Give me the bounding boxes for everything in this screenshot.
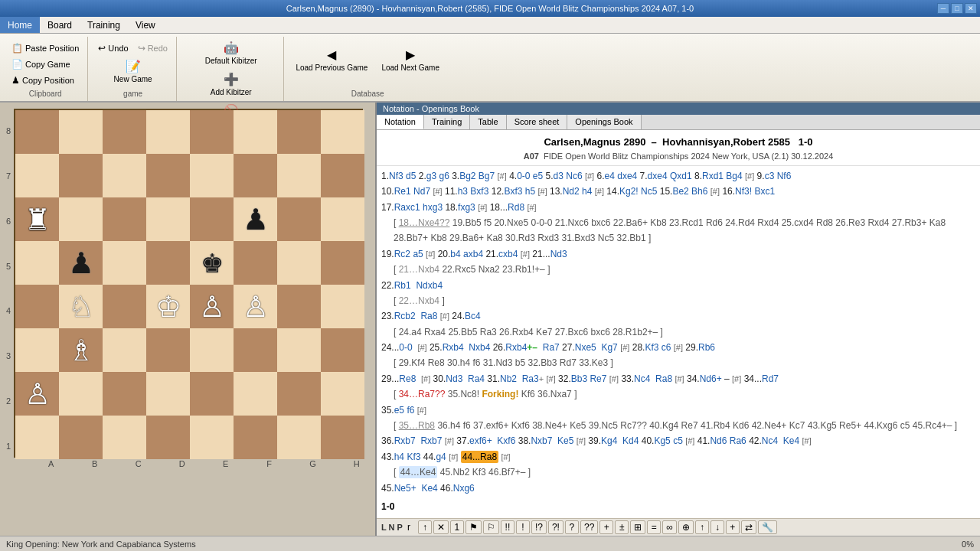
menu-board[interactable]: Board — [40, 17, 80, 33]
tab-notation[interactable]: Notation — [377, 115, 424, 129]
tab-scoresheet[interactable]: Score sheet — [507, 115, 568, 129]
tab-table[interactable]: Table — [470, 115, 506, 129]
square-e1[interactable] — [190, 416, 234, 459]
square-a4[interactable] — [15, 285, 59, 328]
symbol-x[interactable]: ✕ — [433, 520, 449, 534]
chessboard[interactable]: ♜ ♟ ♟ ♚ — [14, 109, 363, 458]
symbol-downarrow[interactable]: ↓ — [710, 520, 724, 534]
square-h2[interactable] — [321, 372, 364, 416]
square-d3[interactable] — [146, 328, 190, 372]
square-f6[interactable]: ♟ — [234, 197, 277, 241]
square-d5[interactable] — [146, 241, 190, 285]
square-b2[interactable] — [59, 372, 103, 416]
symbol-uparrow[interactable]: ↑ — [695, 520, 709, 534]
square-e5[interactable]: ♚ — [190, 241, 234, 285]
square-f7[interactable] — [234, 154, 277, 197]
symbol-exclaim[interactable]: ! — [516, 520, 530, 534]
square-g2[interactable] — [277, 372, 321, 416]
square-f3[interactable] — [234, 328, 277, 372]
symbol-question2[interactable]: ?? — [580, 520, 598, 534]
new-game-button[interactable]: 📝 New Game — [109, 57, 158, 87]
square-a1[interactable] — [15, 416, 59, 459]
square-f8[interactable] — [234, 110, 277, 154]
square-d4[interactable]: ♔ — [146, 285, 190, 328]
symbol-interrobang[interactable]: !? — [531, 520, 547, 534]
symbol-equal[interactable]: = — [647, 520, 661, 534]
square-a7[interactable] — [15, 154, 59, 197]
square-a6[interactable]: ♜ — [15, 197, 59, 241]
square-h7[interactable] — [321, 154, 364, 197]
square-g6[interactable] — [277, 197, 321, 241]
square-a5[interactable] — [15, 241, 59, 285]
square-f4[interactable]: ♙ — [234, 285, 277, 328]
move-2g3[interactable]: g3 — [426, 171, 436, 181]
square-e4[interactable]: ♙ — [190, 285, 234, 328]
square-c8[interactable] — [103, 110, 146, 154]
square-g1[interactable] — [277, 416, 321, 459]
square-f1[interactable] — [234, 416, 277, 459]
tab-training[interactable]: Training — [424, 115, 470, 129]
square-c4[interactable] — [103, 285, 146, 328]
square-e7[interactable] — [190, 154, 234, 197]
symbol-1[interactable]: 1 — [450, 520, 464, 534]
close-button[interactable]: ✕ — [965, 3, 977, 14]
undo-button[interactable]: ↩ Undo — [94, 41, 132, 56]
square-h6[interactable] — [321, 197, 364, 241]
tab-openings-book[interactable]: Openings Book — [567, 115, 641, 129]
square-b3[interactable]: ♗ — [59, 328, 103, 372]
square-e3[interactable] — [190, 328, 234, 372]
symbol-plusequal[interactable]: ⊞ — [630, 520, 645, 534]
square-c5[interactable] — [103, 241, 146, 285]
square-b4[interactable]: ♘ — [59, 285, 103, 328]
copy-game-button[interactable]: 📄 Copy Game — [8, 57, 83, 72]
menu-training[interactable]: Training — [80, 17, 128, 33]
symbol-exchange[interactable]: ⇄ — [741, 520, 756, 534]
symbol-flag2[interactable]: ⚐ — [483, 520, 499, 534]
copy-position-button[interactable]: ♟ Copy Position — [8, 73, 83, 88]
maximize-button[interactable]: □ — [951, 3, 963, 14]
move-3bg2[interactable]: Bg2 — [459, 171, 475, 181]
square-g5[interactable] — [277, 241, 321, 285]
square-g8[interactable] — [277, 110, 321, 154]
square-b1[interactable] — [59, 416, 103, 459]
symbol-plusplus[interactable]: + — [726, 520, 740, 534]
square-e8[interactable] — [190, 110, 234, 154]
square-b5[interactable]: ♟ — [59, 241, 103, 285]
symbol-exclaim2[interactable]: !! — [501, 520, 514, 534]
square-b7[interactable] — [59, 154, 103, 197]
square-c2[interactable] — [103, 372, 146, 416]
square-d2[interactable] — [146, 372, 190, 416]
square-d7[interactable] — [146, 154, 190, 197]
square-c7[interactable] — [103, 154, 146, 197]
move-1nf3[interactable]: Nf3 — [389, 171, 403, 181]
symbol-wrench[interactable]: 🔧 — [758, 520, 777, 534]
square-d1[interactable] — [146, 416, 190, 459]
square-g7[interactable] — [277, 154, 321, 197]
symbol-question[interactable]: ? — [565, 520, 579, 534]
load-next-game-button[interactable]: ▶ Load Next Game — [376, 45, 445, 76]
symbol-arrow-left[interactable]: ↑ — [418, 520, 432, 534]
symbol-plusminus[interactable]: ± — [615, 520, 629, 534]
symbol-plus[interactable]: + — [599, 520, 613, 534]
symbol-infinity[interactable]: ∞ — [662, 520, 677, 534]
symbol-question-exclaim[interactable]: ?! — [548, 520, 564, 534]
redo-button[interactable]: ↪ Redo — [134, 41, 172, 56]
moves-area[interactable]: 1.Nf3 d5 2.g3 g6 3.Bg2 Bg7 [#] 4.0-0 e5 … — [377, 166, 980, 518]
highlighted-move-44ra8[interactable]: 44...Ra8 — [461, 451, 498, 463]
square-d6[interactable] — [146, 197, 190, 241]
highlighted-move-44ke4[interactable]: 44…Ke4 — [399, 466, 438, 478]
square-c3[interactable] — [103, 328, 146, 372]
square-b8[interactable] — [59, 110, 103, 154]
square-h5[interactable] — [321, 241, 364, 285]
move-3bg7[interactable]: Bg7 — [479, 171, 495, 181]
default-kibitzer-button[interactable]: 🤖 Default Kibitzer — [183, 38, 279, 69]
square-f2[interactable] — [234, 372, 277, 416]
move-1d5[interactable]: d5 — [406, 171, 416, 181]
square-c1[interactable] — [103, 416, 146, 459]
square-a8[interactable] — [15, 110, 59, 154]
square-d8[interactable] — [146, 110, 190, 154]
square-g4[interactable] — [277, 285, 321, 328]
square-h4[interactable] — [321, 285, 364, 328]
paste-position-button[interactable]: 📋 Paste Position — [8, 41, 83, 56]
square-e6[interactable] — [190, 197, 234, 241]
